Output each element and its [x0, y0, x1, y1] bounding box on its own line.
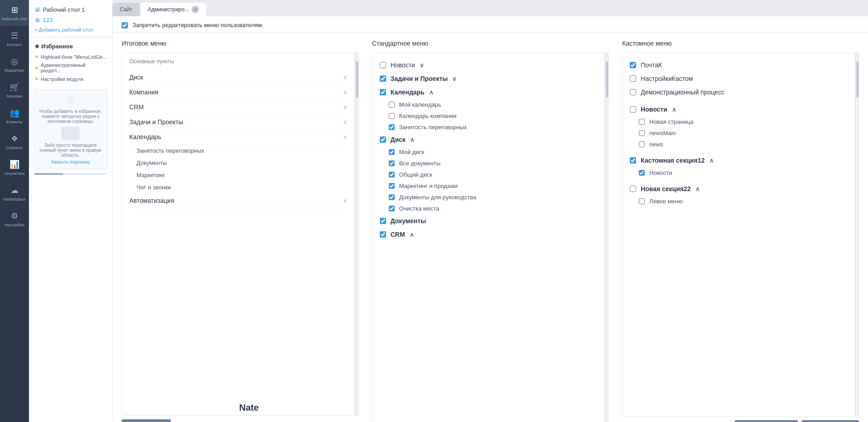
- check-item-mail: ПочтаК: [630, 58, 848, 72]
- menu-item-company[interactable]: Компания ∨: [129, 85, 347, 100]
- tab-bar: Сайт Администриро... ✕: [113, 0, 868, 16]
- sidebar-item-shop[interactable]: 🛒 Магазин: [0, 77, 29, 103]
- scrollbar-standard[interactable]: [605, 52, 609, 422]
- help-text1: Чтобы добавить в избранное, нажмите звёз…: [38, 109, 103, 124]
- checkbox-mycal[interactable]: [389, 102, 395, 108]
- save-button[interactable]: СОХРАНИТЬ: [122, 419, 171, 422]
- checkbox-conf[interactable]: [389, 124, 395, 130]
- favorites-section: ★ Избранное ★ Highload-блок "MenuListGe.…: [29, 40, 112, 86]
- add-workspace-button[interactable]: + Добавить рабочий стол: [29, 25, 112, 34]
- item-label: Новости: [641, 106, 667, 113]
- checkbox-marketing[interactable]: [389, 183, 395, 189]
- sidebar-item-workstol[interactable]: ⊞ Рабочий стол: [0, 0, 29, 26]
- check-item-news-custom: Новости ∧: [630, 103, 848, 116]
- checkbox-news2[interactable]: [639, 141, 645, 147]
- sidebar-item-settings[interactable]: ⚙ Настройки: [0, 206, 29, 232]
- checkbox-cleanup[interactable]: [389, 206, 395, 211]
- sidebar-item-content[interactable]: ☰ Контент: [0, 26, 29, 52]
- scrollbar-thumb: [356, 61, 359, 98]
- check-item-newsec22: Новая секция22 ∧: [630, 182, 848, 196]
- workspace-num-label: 123: [43, 17, 53, 23]
- star-icon3: ★: [34, 76, 39, 82]
- scrollbar-thumb-3: [856, 61, 859, 98]
- tab-site-label: Сайт: [120, 6, 132, 13]
- sidebar-item-clients[interactable]: 👥 Клиенты: [0, 103, 29, 129]
- sub-item-docs: Документы: [129, 157, 347, 169]
- tab-site[interactable]: Сайт: [113, 3, 140, 16]
- add-item-button[interactable]: ДОБАВИТЬ ПУНКТ: [802, 420, 859, 422]
- tab-admin[interactable]: Администриро... ✕: [141, 3, 207, 16]
- scrollbar-final[interactable]: [355, 52, 359, 416]
- monitor-icon: 🖥: [34, 6, 40, 13]
- checkbox-newsmain[interactable]: [639, 130, 645, 136]
- chevron-down-icon: ∨: [343, 74, 347, 80]
- checkbox-crm[interactable]: [380, 231, 386, 238]
- checkbox-alldocs[interactable]: [389, 160, 395, 166]
- checkbox-news-in-sec[interactable]: [639, 170, 645, 176]
- workspace-item-1[interactable]: 🖥 Рабочий стол 1: [29, 5, 112, 15]
- check-sub-news-in-sec: Новости: [630, 167, 848, 178]
- check-sub-leftmenu: Левое меню: [630, 196, 848, 207]
- sidebar: ⊞ Рабочий стол ☰ Контент ◎ Маркетинг 🛒 М…: [0, 0, 29, 422]
- checkbox-news[interactable]: [380, 62, 386, 68]
- checkbox-news-custom[interactable]: [630, 106, 636, 113]
- menu-item-auto[interactable]: Автоматизация ∨: [129, 193, 347, 208]
- checkbox-tasks[interactable]: [380, 75, 386, 82]
- checkbox-settings-custom[interactable]: [630, 75, 636, 82]
- item-label: Кастомная секция12: [641, 157, 705, 164]
- sidebar-item-marketplace[interactable]: ☁ Marketplace: [0, 180, 29, 206]
- checkbox-calendar[interactable]: [380, 89, 386, 95]
- check-sub-mycal: Мой календарь: [380, 99, 598, 110]
- menu-item-crm[interactable]: CRM ∨: [129, 100, 347, 115]
- workstol-icon: ⊞: [9, 5, 20, 15]
- sub-label: Занятость переговорных: [399, 124, 467, 131]
- checkbox-newpage[interactable]: [639, 119, 645, 125]
- menu-item-tasks[interactable]: Задачи и Проекты ∨: [129, 115, 347, 130]
- scrollbar-custom[interactable]: [855, 52, 859, 417]
- check-sub-conf: Занятость переговорных: [380, 122, 598, 133]
- checkbox-custsec12[interactable]: [630, 157, 636, 164]
- chevron-up-icon: ∧: [410, 231, 414, 238]
- slider-bar: [34, 173, 107, 175]
- sidebar-item-marketing[interactable]: ◎ Маркетинг: [0, 52, 29, 77]
- check-item-crm: CRM ∧: [380, 228, 598, 241]
- sidebar-item-label: Клиенты: [6, 120, 23, 124]
- section-label: Основные пункты: [129, 58, 347, 66]
- sidebar-item-analytics[interactable]: 📊 Аналитика: [0, 155, 29, 180]
- tab-close-button[interactable]: ✕: [192, 6, 199, 13]
- checkbox-demo[interactable]: [630, 89, 636, 95]
- restrict-edit-checkbox[interactable]: [122, 22, 128, 28]
- sidebar-item-services[interactable]: ❖ Сервисы: [0, 129, 29, 155]
- sidebar-item-label: Marketplace: [3, 197, 25, 202]
- check-item-settings-custom: НастройкиКастом: [630, 72, 848, 85]
- favorite-item-3[interactable]: ★ Настройки модуля: [34, 75, 107, 83]
- check-item-tasks: Задачи и Проекты ∨: [380, 72, 598, 85]
- sidebar-item-label: Маркетинг: [5, 68, 24, 73]
- sub-label: newsMain: [649, 130, 676, 136]
- close-help-link[interactable]: Закрыть подсказку: [38, 159, 103, 164]
- checkbox-mgmt[interactable]: [389, 194, 395, 200]
- check-sub-newpage: Новая страница: [630, 116, 848, 127]
- checkbox-leftmenu[interactable]: [639, 198, 645, 204]
- checkbox-docs[interactable]: [380, 218, 386, 224]
- checkbox-newsec22[interactable]: [630, 186, 636, 192]
- checkbox-disk[interactable]: [380, 136, 386, 143]
- check-item-news: Новости ∨: [380, 58, 598, 72]
- menu-item-calendar[interactable]: Календарь ∧: [129, 130, 347, 145]
- favorite-item-2[interactable]: ★ Административный раздел...: [34, 61, 107, 75]
- menu-item-disk[interactable]: Диск ∨: [129, 70, 347, 85]
- favorite-item-1[interactable]: ★ Highload-блок "MenuListGe...: [34, 52, 107, 61]
- sub-label: Новости: [649, 169, 672, 176]
- item-label: Диск: [129, 74, 340, 81]
- add-section-button[interactable]: ДОБАВИТЬ СЕКЦИЮ: [735, 420, 798, 422]
- checkbox-mydisk[interactable]: [389, 149, 395, 155]
- dialog-checkbox-label: Запретить редактировать меню пользовател…: [132, 22, 264, 28]
- help-text2: Либо просто перетащите нужный пункт меню…: [38, 143, 103, 158]
- sidebar-item-label: Сервисы: [6, 145, 23, 150]
- workspace-item-2[interactable]: 🖥 123: [29, 15, 112, 25]
- item-label: Новая секция22: [641, 185, 690, 192]
- checkbox-mail[interactable]: [630, 62, 636, 68]
- sub-label: Очистка места: [399, 205, 439, 212]
- checkbox-sharedisk[interactable]: [389, 172, 395, 178]
- checkbox-compcal[interactable]: [389, 113, 395, 119]
